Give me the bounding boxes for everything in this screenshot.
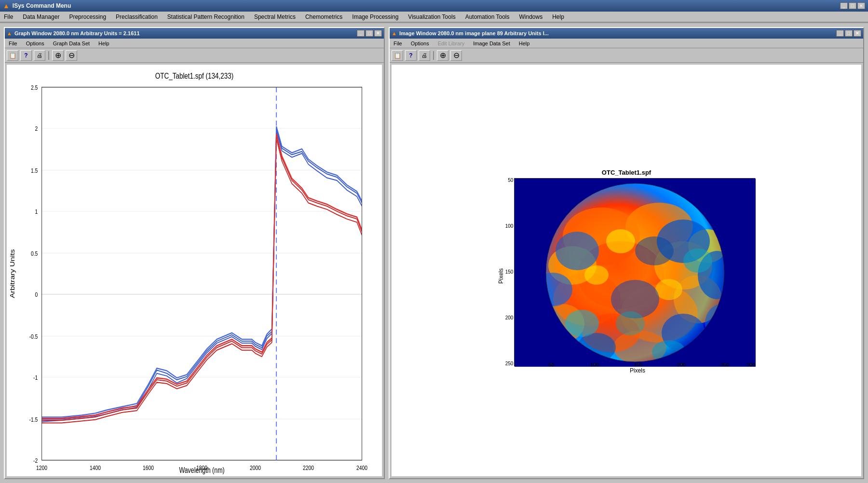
image-maximize-button[interactable]: □ bbox=[845, 30, 853, 37]
menu-file[interactable]: File bbox=[2, 13, 15, 21]
graph-menu-bar: File Options Graph Data Set Help bbox=[5, 39, 384, 48]
svg-point-57 bbox=[635, 236, 674, 265]
image-close-button[interactable]: ✕ bbox=[854, 30, 861, 37]
graph-close-button[interactable]: ✕ bbox=[374, 30, 382, 37]
main-menu-bar: File Data Manager Preprocessing Preclass… bbox=[0, 12, 868, 22]
close-button[interactable]: ✕ bbox=[857, 2, 865, 9]
image-help-button[interactable]: ? bbox=[405, 50, 417, 61]
graph-help-button[interactable]: ? bbox=[20, 50, 32, 61]
image-menu-dataset[interactable]: Image Data Set bbox=[471, 40, 512, 47]
image-plot-area[interactable]: OTC_Tablet1.spf Pixels 50 100 150 bbox=[392, 65, 861, 476]
image-window-title: Image Window 2080.0 nm image plane 89 Ar… bbox=[399, 30, 549, 36]
graph-window-title: Graph Window 2080.0 nm Arbitrary Units =… bbox=[14, 30, 140, 36]
svg-rect-0 bbox=[42, 87, 362, 460]
svg-text:2200: 2200 bbox=[303, 464, 314, 471]
svg-text:2.5: 2.5 bbox=[31, 84, 38, 92]
menu-visualization-tools[interactable]: Visualization Tools bbox=[406, 13, 457, 21]
image-menu-help[interactable]: Help bbox=[517, 40, 532, 47]
image-print-button[interactable]: 🖨 bbox=[419, 50, 430, 61]
graph-zoom-in-button[interactable]: ⊕ bbox=[52, 50, 64, 61]
menu-spectral-metrics[interactable]: Spectral Metrics bbox=[252, 13, 298, 21]
image-y-axis-label: Pixels bbox=[498, 268, 504, 284]
graph-menu-help[interactable]: Help bbox=[96, 40, 111, 47]
svg-text:300: 300 bbox=[746, 362, 755, 367]
image-minimize-button[interactable]: _ bbox=[836, 30, 844, 37]
svg-text:1600: 1600 bbox=[143, 464, 154, 471]
svg-text:1800: 1800 bbox=[196, 464, 207, 471]
image-menu-options[interactable]: Options bbox=[409, 40, 431, 47]
app-icon: ▲ bbox=[3, 2, 10, 10]
colormap-image: 50 100 150 200 250 bbox=[514, 178, 755, 366]
graph-print-button[interactable]: 🖨 bbox=[34, 50, 45, 61]
image-zoom-out-button[interactable]: ⊖ bbox=[450, 50, 462, 61]
chart-title: OTC_Tablet1.spf (134,233) bbox=[155, 71, 234, 81]
graph-zoom-out-button[interactable]: ⊖ bbox=[66, 50, 77, 61]
menu-windows[interactable]: Windows bbox=[517, 13, 544, 21]
graph-menu-options[interactable]: Options bbox=[24, 40, 46, 47]
image-window-icon: ▲ bbox=[392, 30, 397, 36]
colormap-svg: 50 100 150 200 250 bbox=[515, 179, 756, 367]
menu-help[interactable]: Help bbox=[550, 13, 566, 21]
menu-statistical-pattern[interactable]: Statistical Pattern Recognition bbox=[165, 13, 246, 21]
svg-text:50: 50 bbox=[548, 362, 554, 367]
svg-text:-1.5: -1.5 bbox=[29, 415, 38, 423]
image-menu-file[interactable]: File bbox=[392, 40, 404, 47]
graph-window-title-bar: ▲ Graph Window 2080.0 nm Arbitrary Units… bbox=[5, 28, 384, 39]
image-window: ▲ Image Window 2080.0 nm image plane 89 … bbox=[389, 27, 864, 479]
minimize-button[interactable]: _ bbox=[840, 2, 848, 9]
svg-text:1400: 1400 bbox=[90, 464, 101, 471]
y-tick-150: 150 bbox=[505, 270, 514, 275]
app-title: ISys Command Menu bbox=[13, 2, 71, 9]
svg-text:2: 2 bbox=[35, 125, 38, 133]
image-chart-title: OTC_Tablet1.spf bbox=[602, 169, 651, 176]
svg-text:1.5: 1.5 bbox=[31, 167, 38, 175]
image-zoom-in-button[interactable]: ⊕ bbox=[437, 50, 448, 61]
y-tick-100: 100 bbox=[505, 224, 514, 229]
svg-text:150: 150 bbox=[634, 362, 642, 367]
svg-point-59 bbox=[565, 310, 599, 337]
svg-text:-0.5: -0.5 bbox=[29, 333, 38, 341]
maximize-button[interactable]: □ bbox=[849, 2, 856, 9]
y-tick-250: 250 bbox=[505, 361, 514, 366]
menu-chemometrics[interactable]: Chemometrics bbox=[303, 13, 344, 21]
svg-text:200: 200 bbox=[677, 362, 686, 367]
graph-toolbar: 📋 ? 🖨 ⊕ ⊖ bbox=[5, 48, 384, 63]
graph-window: ▲ Graph Window 2080.0 nm Arbitrary Units… bbox=[4, 27, 385, 479]
svg-text:2400: 2400 bbox=[356, 464, 367, 471]
y-axis-label: Arbitrary Units bbox=[9, 249, 15, 298]
image-window-title-bar: ▲ Image Window 2080.0 nm image plane 89 … bbox=[390, 28, 863, 39]
graph-win-controls[interactable]: _ □ ✕ bbox=[357, 30, 382, 37]
image-toolbar: 📋 ? 🖨 ⊕ ⊖ bbox=[390, 48, 863, 63]
svg-text:2000: 2000 bbox=[250, 464, 261, 471]
menu-preprocessing[interactable]: Preprocessing bbox=[67, 13, 108, 21]
menu-automation-tools[interactable]: Automation Tools bbox=[463, 13, 512, 21]
menu-preclassification[interactable]: Preclassification bbox=[114, 13, 160, 21]
graph-window-icon: ▲ bbox=[7, 30, 12, 36]
image-x-axis-label: Pixels bbox=[520, 367, 756, 374]
svg-text:100: 100 bbox=[590, 362, 599, 367]
svg-point-47 bbox=[584, 265, 609, 285]
image-menu-edit-library[interactable]: Edit Library bbox=[436, 40, 467, 47]
svg-text:1: 1 bbox=[35, 208, 38, 216]
graph-maximize-button[interactable]: □ bbox=[366, 30, 373, 37]
image-menu-bar: File Options Edit Library Image Data Set… bbox=[390, 39, 863, 48]
svg-text:0.5: 0.5 bbox=[31, 250, 38, 258]
svg-point-50 bbox=[556, 232, 599, 270]
image-win-controls[interactable]: _ □ ✕ bbox=[836, 30, 861, 37]
image-toolbar-separator bbox=[433, 51, 434, 60]
graph-menu-file[interactable]: File bbox=[7, 40, 19, 47]
graph-copy-button[interactable]: 📋 bbox=[7, 50, 18, 61]
y-tick-50: 50 bbox=[505, 178, 514, 183]
graph-menu-dataset[interactable]: Graph Data Set bbox=[51, 40, 92, 47]
svg-text:250: 250 bbox=[720, 362, 729, 367]
menu-image-processing[interactable]: Image Processing bbox=[350, 13, 400, 21]
svg-text:-1: -1 bbox=[33, 374, 38, 382]
svg-point-46 bbox=[606, 229, 635, 253]
app-win-controls[interactable]: _ □ ✕ bbox=[840, 2, 865, 9]
menu-data-manager[interactable]: Data Manager bbox=[21, 13, 61, 21]
graph-plot-area[interactable]: OTC_Tablet1.spf (134,233) Arbitrary Unit… bbox=[7, 65, 382, 476]
app-title-bar: ▲ ISys Command Menu _ □ ✕ bbox=[0, 0, 868, 12]
image-copy-button[interactable]: 📋 bbox=[392, 50, 403, 61]
graph-minimize-button[interactable]: _ bbox=[357, 30, 365, 37]
y-tick-200: 200 bbox=[505, 316, 514, 320]
